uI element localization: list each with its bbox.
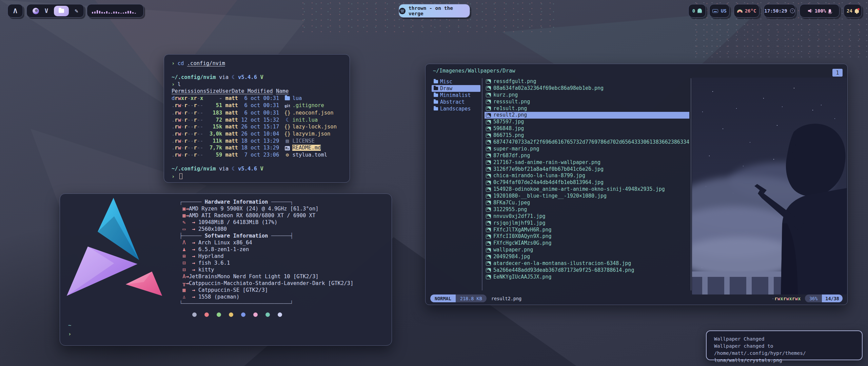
hardware-icon: ▣ xyxy=(179,205,186,212)
fetch-item: ▭→868x366 xyxy=(179,226,297,232)
listing-header: PermissionsSizeUserDate ModifiedName xyxy=(172,88,342,95)
palette-dot xyxy=(229,312,233,317)
hardware-icon: ▦ xyxy=(179,287,189,293)
fetch-item: A→JetBrainsMono Nerd Font Light 10 [GTK2… xyxy=(179,273,297,280)
image-file-icon xyxy=(486,275,491,279)
list-item[interactable]: 3122955.png xyxy=(485,206,689,213)
clock-icon xyxy=(790,8,795,13)
shell-context-line: ~/.config/nvim via ☾ v5.4.6 V xyxy=(172,165,342,172)
notification[interactable]: Wallpaper Changed Wallpaper changed to /… xyxy=(706,330,863,360)
fetch-terminal-window[interactable]: ┌────── Hardware Information ──────┐ ▣→A… xyxy=(60,194,392,346)
updates-widget[interactable]: 0 xyxy=(688,4,706,18)
image-file-icon xyxy=(486,248,491,252)
palette-dot xyxy=(204,312,209,317)
file-list: ressdfgult.png08a634fa02a32364f69ebc86a9… xyxy=(485,78,689,281)
list-item[interactable]: EeNKYgIUcAAJ5JX.png xyxy=(485,274,689,281)
prompt-symbol[interactable]: › xyxy=(68,331,71,337)
rainbow-icon xyxy=(737,9,743,13)
list-item[interactable]: 217167-sad-anime-rain-wallpaper.png xyxy=(485,159,689,166)
table-row: .rw-r--r--51matt 6 oct 00:31git.gitignor… xyxy=(172,102,342,110)
image-file-icon xyxy=(486,221,491,225)
vim-version-icon: V xyxy=(260,165,263,172)
list-item[interactable]: 154928-odinokoe_anime-art-anime-okno-sin… xyxy=(485,186,689,193)
list-item[interactable]: chica-mirando-la-luna-8799.jpg xyxy=(485,172,689,179)
terminal-window[interactable]: ›cd .config/nvim ~/.config/nvim via ☾ v5… xyxy=(164,54,350,183)
list-item[interactable]: 866715.png xyxy=(485,132,689,139)
arrow-icon: → xyxy=(189,260,198,266)
image-file-icon xyxy=(486,154,491,158)
fetch-item: ♟→6.5.8-zen1-1-zen xyxy=(179,246,297,253)
list-item[interactable]: 20492984.jpg xyxy=(485,253,689,260)
image-file-icon xyxy=(486,214,491,219)
arrow-icon: → xyxy=(186,212,189,219)
sidebar-item-abstract[interactable]: Abstract xyxy=(432,99,480,105)
palette-dot xyxy=(265,312,270,317)
firefox-icon[interactable] xyxy=(33,8,39,14)
list-item[interactable]: re1sult.png xyxy=(485,105,689,112)
folder-icon xyxy=(434,94,438,97)
microphone-icon xyxy=(829,9,831,13)
list-item[interactable]: result2.png xyxy=(485,112,689,119)
launcher-button[interactable]: Λ xyxy=(7,4,23,18)
spotify-icon xyxy=(399,8,406,14)
image-file-icon xyxy=(486,147,491,151)
paintbrush-icon[interactable]: ✎ xyxy=(75,7,78,14)
image-file-icon xyxy=(486,261,491,266)
list-item[interactable]: 19201080-__blue-tinge__-1920×1080.jpg xyxy=(485,193,689,200)
weather-widget[interactable]: 26°C xyxy=(734,4,760,18)
list-item[interactable]: rsjqojlmjhf91.jpg xyxy=(485,220,689,227)
list-item[interactable]: nnvuv0xj2df71.jpg xyxy=(485,213,689,220)
bell-icon xyxy=(855,9,859,13)
hardware-section-header: ┌────── Hardware Information ──────┐ xyxy=(179,199,297,205)
arch-crystal-logo xyxy=(65,196,177,308)
list-item[interactable]: super-mario.png xyxy=(485,146,689,152)
hardware-icon: ♙ xyxy=(179,293,189,300)
clock-widget[interactable]: 17:50:29 xyxy=(764,4,795,18)
list-item[interactable]: 3126f7e9bbf21a8a4af0b67b041c6e26.jpg xyxy=(485,166,689,173)
image-preview-pane xyxy=(692,78,847,294)
temperature-label: 26°C xyxy=(745,8,756,14)
active-app-chip[interactable] xyxy=(54,6,69,16)
folder-icon xyxy=(434,80,438,83)
vim-icon[interactable]: V xyxy=(45,7,48,14)
sidebar-item-minimalist[interactable]: Minimalist xyxy=(432,92,480,99)
sidebar-item-landscapes[interactable]: Landscapes xyxy=(432,105,480,112)
list-item[interactable]: wallpaper.png xyxy=(485,247,689,253)
list-item[interactable]: 596848.jpg xyxy=(485,125,689,132)
list-item[interactable]: 68747470733a2f2f696d616765732d7769786d70… xyxy=(485,139,689,146)
list-item[interactable]: ressdfgult.png xyxy=(485,78,689,85)
media-widget[interactable]: thrown - on the verge xyxy=(399,4,470,18)
list-item[interactable]: resssult.png xyxy=(485,99,689,105)
audio-widget[interactable]: 100% xyxy=(800,4,840,18)
table-row: .rw-r--r--183matt 6 oct 00:31{}.neoconf.… xyxy=(172,109,342,117)
table-row: drwxr-xr-x-matt 6 oct 00:31lua xyxy=(172,95,342,102)
list-position: 14/38 xyxy=(822,294,843,302)
list-item[interactable]: 8FKa7Cu.jpeg xyxy=(485,200,689,206)
pane-divider xyxy=(482,78,482,290)
fetch-item: ▣→AMD Ryzen 9 5900X (24) @ 4.9GHz [61.3°… xyxy=(179,205,297,212)
list-item[interactable]: 08a634fa02a32364f69ebc86a98eb1eb.png xyxy=(485,85,689,92)
terminal-command-line: ›l xyxy=(172,81,342,88)
notifications-widget[interactable]: 24 xyxy=(844,4,862,18)
taskbar-apps: V ✎ xyxy=(26,4,84,18)
list-item[interactable]: FXfcJlTXgAMvH6R.png xyxy=(485,227,689,233)
hardware-items: ▣→AMD Ryzen 9 5900X (24) @ 4.9GHz [61.3°… xyxy=(179,205,297,232)
hardware-icon: ⊞ xyxy=(179,253,189,260)
keyboard-layout-widget[interactable]: US xyxy=(709,4,730,18)
list-item[interactable]: kurz.png xyxy=(485,92,689,99)
terminal-prompt-line[interactable]: › xyxy=(172,172,342,180)
palette-dot xyxy=(278,312,282,317)
palette-dot xyxy=(192,312,197,317)
list-item[interactable]: 5a266e448add93deab367d87173e9f25-6837886… xyxy=(485,267,689,274)
lua-icon: ☾ xyxy=(232,165,235,172)
image-file-icon xyxy=(486,228,491,232)
sidebar-item-draw[interactable]: Draw xyxy=(432,85,480,92)
list-item[interactable]: atardecer-en-la-montanas-ilustracion-634… xyxy=(485,260,689,267)
list-item[interactable]: 587597.jpg xyxy=(485,119,689,125)
list-item[interactable]: 87r687df.png xyxy=(485,152,689,159)
sidebar-item-misc[interactable]: Misc xyxy=(432,78,480,85)
list-item[interactable]: 0c794faf07de24a4db4d4fb1eb813964.jpg xyxy=(485,179,689,186)
list-item[interactable]: FXfcHgcWIAMzs0G.png xyxy=(485,240,689,247)
list-item[interactable]: FXfcII0X0AQyn9X.png xyxy=(485,233,689,240)
file-manager-window[interactable]: ~/Imagenes/Wallpapers/Draw 1 MiscDrawMin… xyxy=(425,64,848,305)
